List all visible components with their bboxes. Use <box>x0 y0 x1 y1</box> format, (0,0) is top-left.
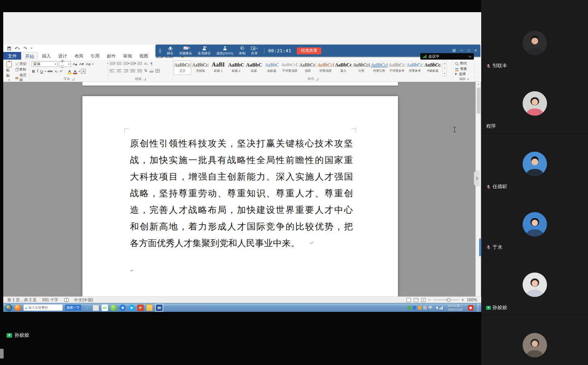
tab-references[interactable]: 引用 <box>87 52 103 60</box>
change-case-button[interactable]: Aa <box>85 62 91 66</box>
text-highlight-button[interactable]: A <box>67 69 72 73</box>
taskbar-clock[interactable]: 15:23 周二 2022/12/6 <box>445 304 465 311</box>
style-item-subtle-reference[interactable]: AaBbCcD不明显参考 <box>388 60 406 75</box>
camera-button[interactable]: 开摄像头 <box>176 45 195 57</box>
replace-button[interactable]: 替换 <box>455 67 473 71</box>
style-item-subtitle[interactable]: AaBbC副标题 <box>263 60 281 75</box>
sort-button[interactable]: A↓ <box>144 62 149 66</box>
mute-all-button[interactable]: 全员静音 <box>195 45 214 57</box>
undo-button[interactable]: ↶▾ <box>15 46 20 51</box>
justify-button[interactable] <box>130 69 135 73</box>
redo-button[interactable]: ↷ <box>24 46 27 51</box>
style-item-normal[interactable]: AaBbCcD正文 <box>174 60 191 75</box>
document-scrollbar[interactable]: ▴ <box>476 82 481 296</box>
document-page[interactable]: 原创性引领性科技攻关，坚决打赢关键核心技术攻坚 战，加快实施一批具有战略性全局性… <box>82 96 398 296</box>
zoom-level[interactable]: 160% <box>467 298 477 302</box>
qat-customize-icon[interactable]: ▾ <box>31 47 32 50</box>
meeting-status-pill[interactable]: 会议中 <box>420 53 474 60</box>
show-marks-button[interactable]: ¶ <box>151 62 153 66</box>
iqiyi-icon[interactable]: iQY <box>102 305 108 311</box>
shading-button[interactable] <box>149 69 153 73</box>
tab-view[interactable]: 视图 <box>136 52 152 60</box>
end-share-button[interactable]: 结束共享 <box>297 47 321 54</box>
participant-tile[interactable]: 于水 <box>481 194 588 255</box>
font-color-button[interactable]: A <box>73 69 78 73</box>
powerpoint-icon[interactable]: P <box>137 305 144 311</box>
maximize-icon[interactable]: □ <box>467 49 470 53</box>
character-border-button[interactable]: A <box>81 69 86 74</box>
align-center-button[interactable] <box>117 69 121 73</box>
status-chevron-down-icon[interactable] <box>469 54 471 57</box>
style-item-strong[interactable]: AaBbCcD要点 <box>335 60 352 75</box>
document-area[interactable]: 原创性引领性科技攻关，坚决打赢关键核心技术攻坚 战，加快实施一批具有战略性全局性… <box>3 82 481 296</box>
format-painter-button[interactable]: 格式刷 <box>15 73 28 83</box>
start-button[interactable] <box>5 304 12 311</box>
line-spacing-button[interactable]: ⇅ <box>144 69 147 73</box>
find-button[interactable]: 查找 <box>455 61 473 66</box>
page-indicator[interactable]: 第 1 页，共 2 页 <box>7 297 37 303</box>
active-word-task[interactable]: W <box>155 304 163 312</box>
toolbar-drag-handle[interactable] <box>159 49 161 53</box>
select-button[interactable]: 选择 <box>455 72 473 76</box>
paragraph-dialog-launcher-icon[interactable] <box>143 78 146 80</box>
compass-browser-icon[interactable]: ◆ <box>119 305 126 311</box>
align-left-button[interactable] <box>110 69 115 73</box>
participant-tile[interactable]: 程萍 <box>481 73 588 134</box>
tray-icon-red[interactable] <box>468 305 473 311</box>
share-button[interactable]: ▾共享 <box>248 45 260 57</box>
style-item-emphasis[interactable]: AaBbCcD强调 <box>299 60 316 75</box>
save-icon[interactable] <box>7 47 11 50</box>
read-mode-icon[interactable] <box>406 298 411 302</box>
style-item-heading1[interactable]: AaBI标题 1 <box>210 60 227 75</box>
style-item-subtle-emphasis[interactable]: AaBbCcD不明显强调 <box>281 60 298 75</box>
mute-button[interactable]: 静音 <box>164 45 176 57</box>
ime-indicator[interactable]: 中 <box>428 305 432 311</box>
styles-scroll-up-icon[interactable]: ▴ <box>443 61 447 66</box>
participant-tile[interactable]: 孙姣姣 <box>481 255 588 315</box>
print-layout-icon[interactable] <box>414 298 418 302</box>
participant-tile[interactable]: 任德昕 <box>481 134 588 194</box>
collapse-ribbon-icon[interactable]: ˆ <box>475 60 481 82</box>
participant-tile[interactable]: 邹联丰 <box>481 13 588 73</box>
zoom-slider-thumb[interactable] <box>447 298 450 302</box>
scroll-up-icon[interactable]: ▴ <box>478 82 479 86</box>
browser-orange-icon[interactable] <box>15 305 21 311</box>
layout-grid-icon[interactable]: ⊞ <box>452 49 456 53</box>
strikethrough-button[interactable]: abc <box>47 70 53 73</box>
scrollbar-thumb[interactable] <box>477 88 480 114</box>
tab-mailings[interactable]: 邮件 <box>103 52 119 60</box>
tray-icon-gray[interactable] <box>423 306 427 309</box>
taskbar-search-input[interactable] <box>28 306 58 309</box>
proofing-status-icon[interactable] <box>64 298 69 302</box>
close-icon[interactable]: × <box>474 49 477 53</box>
web-layout-icon[interactable] <box>421 298 426 302</box>
network-icon[interactable] <box>439 306 443 309</box>
align-right-button[interactable] <box>123 69 128 73</box>
paste-button[interactable]: 粘贴 ▾ <box>5 61 13 83</box>
tab-layout[interactable]: 布局 <box>71 52 87 60</box>
tab-review[interactable]: 审阅 <box>119 52 136 60</box>
grow-font-button[interactable]: A▴ <box>72 62 78 66</box>
document-text[interactable]: 原创性引领性科技攻关，坚决打赢关键核心技术攻坚 战，加快实施一批具有战略性全局性… <box>130 135 353 251</box>
360-browser-icon[interactable] <box>110 305 117 311</box>
font-dialog-launcher-icon[interactable] <box>72 78 74 80</box>
style-item-intense-reference[interactable]: AaBbCcD明显参考 <box>406 60 424 75</box>
tray-icon-orange[interactable] <box>418 306 422 309</box>
bold-button[interactable]: B <box>32 69 35 73</box>
participant-tile[interactable] <box>481 315 588 365</box>
style-item-no-spacing[interactable]: AaBbCcD无间隔 <box>192 60 209 75</box>
folder-icon[interactable] <box>146 305 153 311</box>
copy-button[interactable]: 复制 <box>15 67 28 72</box>
superscript-button[interactable]: x² <box>59 70 63 73</box>
style-item-intense-quote[interactable]: AaBbCcD明显引用 <box>370 60 388 75</box>
style-item-heading2[interactable]: AaBbC标题 2 <box>227 60 245 75</box>
underline-button[interactable]: U <box>40 69 43 73</box>
tray-icon-blue[interactable] <box>413 306 416 309</box>
font-name-select[interactable]: 宋体▾ <box>32 61 58 67</box>
italic-button[interactable]: I <box>37 69 39 73</box>
notepad-icon[interactable] <box>93 305 99 311</box>
internet-explorer-icon[interactable]: e <box>84 305 90 311</box>
style-item-book-title[interactable]: AaBbCcD书籍标题 <box>424 60 441 75</box>
volume-icon[interactable] <box>434 306 438 309</box>
distribute-button[interactable] <box>137 69 142 73</box>
